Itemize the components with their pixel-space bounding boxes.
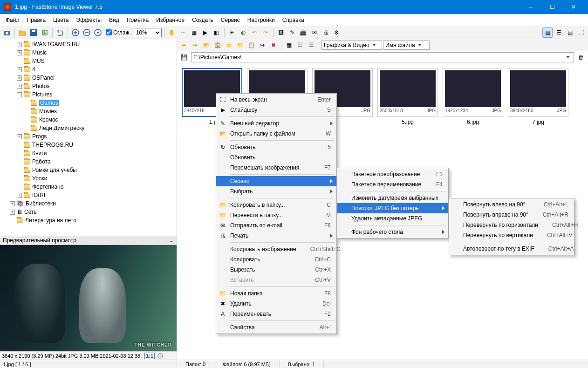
tree-item[interactable]: Леди Димитреску (1, 124, 176, 132)
context-menu-rotate[interactable]: Повернуть влево на 90°Ctrl+Alt+LПовернут… (449, 198, 574, 255)
trash-icon[interactable]: 🗑 (576, 52, 586, 62)
tree-toggle-icon[interactable]: + (17, 193, 22, 198)
context-menu-service[interactable]: Пакетное преобразованиеF3Пакетное переим… (337, 168, 449, 239)
ctx-item[interactable]: Изменить дату/время выбранных (337, 193, 448, 203)
ctx-item[interactable]: КопироватьCtrl+C (216, 254, 336, 265)
tree-toggle-icon[interactable]: + (10, 201, 15, 206)
tree-item[interactable]: Games (1, 99, 176, 107)
menu-Избранное[interactable]: Избранное (152, 15, 188, 25)
menu-Создать[interactable]: Создать (188, 15, 217, 25)
zoom-out-icon[interactable] (82, 27, 92, 38)
menu-Настройки[interactable]: Настройки (244, 15, 279, 25)
ctx-item[interactable]: Пакетное преобразованиеF3 (337, 169, 448, 179)
tree-item[interactable]: -Pictures (1, 90, 176, 99)
ctx-item[interactable]: Поворот JPEG без потерь (337, 203, 448, 213)
maximize-button[interactable]: ☐ (541, 0, 563, 14)
menu-Сервис[interactable]: Сервис (217, 15, 244, 25)
menu-Файл[interactable]: Файл (2, 15, 23, 25)
ctx-item[interactable]: 📁Новая папкаF8 (216, 288, 336, 299)
contact-sheet-icon[interactable]: ▦ (189, 27, 199, 38)
open-icon[interactable] (17, 27, 27, 38)
ctx-item[interactable]: ✎Внешний редактор (216, 118, 336, 129)
thumbnail[interactable]: 2500x1518JPG5.jpg (377, 68, 438, 125)
tree-item[interactable]: Литература на лето (1, 216, 176, 225)
tree-item[interactable]: THEPROGS.RU (1, 141, 176, 149)
tree-item[interactable]: +Music (1, 48, 176, 57)
info-icon[interactable]: i (157, 353, 163, 359)
menu-Правка[interactable]: Правка (23, 15, 50, 25)
view-thumbs-icon[interactable]: ▦ (542, 27, 553, 38)
ctx-item[interactable]: Перевернуть по горизонталиCtrl+Alt+H (449, 220, 574, 230)
path-input[interactable]: E:\Pictures\Games\ (191, 52, 574, 62)
wallpaper-icon[interactable]: 🖼 (276, 27, 286, 38)
sort-combo[interactable]: Имя файла (383, 41, 430, 50)
ctx-item[interactable]: Сервис (216, 176, 336, 186)
ctx-item[interactable]: Удалить метаданные JPEG (337, 213, 448, 224)
tree-toggle-icon[interactable]: + (17, 134, 22, 139)
ctx-item[interactable]: ▶СлайдшоуS (216, 105, 336, 115)
ctx-item[interactable]: СвойстваAlt+I (216, 322, 336, 333)
tree-item[interactable]: Ромке для учебы (1, 166, 176, 174)
context-menu-main[interactable]: ⛶На весь экранEnter▶СлайдшоуS✎Внешний ре… (216, 93, 337, 334)
tree-item[interactable]: +Progs (1, 132, 176, 141)
ctx-item[interactable]: 📁Копировать в папку...C (216, 200, 336, 210)
tree-item[interactable]: +🖥Сеть (1, 208, 176, 216)
rotate-right-icon[interactable]: ↷ (260, 27, 271, 38)
thumbnail[interactable]: 1920x1234JPG6.jpg (443, 68, 503, 125)
menu-Пометка[interactable]: Пометка (123, 15, 153, 25)
tree-toggle-icon[interactable]: + (17, 84, 22, 89)
ctx-item[interactable]: Обновить (216, 152, 336, 163)
effects-icon[interactable]: ☀ (227, 27, 237, 38)
minimize-button[interactable]: ─ (520, 0, 541, 14)
ctx-item[interactable]: Повернуть вправо на 90°Ctrl+Alt+R (449, 210, 574, 220)
nav-home-icon[interactable]: 🏠 (212, 40, 223, 50)
menu-Справка[interactable]: Справка (279, 15, 308, 25)
ctx-item[interactable]: 📂Открыть папку с файломW (216, 129, 336, 139)
favorites-icon[interactable]: ⭐ (224, 40, 234, 50)
print-icon[interactable]: 🖨 (321, 27, 331, 38)
tree-item[interactable]: Книги (1, 149, 176, 157)
import-icon[interactable] (40, 27, 50, 38)
scan-icon[interactable]: 📠 (298, 27, 308, 38)
view-mode2-icon[interactable]: ☰ (306, 40, 316, 50)
preview-header[interactable]: Предварительный просмотр⌄ (0, 236, 177, 245)
tree-toggle-icon[interactable]: + (10, 210, 15, 215)
hand-icon[interactable]: ✋ (167, 27, 177, 38)
settings-icon[interactable]: ⚙ (332, 27, 342, 38)
nav-back-icon[interactable]: ⬅ (179, 40, 189, 50)
tree-toggle-icon[interactable]: - (17, 92, 22, 97)
camera-icon[interactable] (2, 27, 12, 38)
compare-icon[interactable]: ◧ (212, 27, 222, 38)
ctx-item[interactable]: Повернуть влево на 90°Ctrl+Alt+L (449, 199, 574, 210)
ctx-item[interactable]: 🖨Печать (216, 231, 336, 241)
close-button[interactable]: ✕ (563, 0, 584, 14)
tree-item[interactable]: Космос (1, 116, 176, 124)
color-icon[interactable]: ◐ (238, 27, 248, 38)
menu-Цвета[interactable]: Цвета (49, 15, 72, 25)
filter-combo[interactable]: Графика & Видео (321, 41, 382, 50)
zoom-select[interactable]: 10% (134, 28, 162, 37)
copy-to-icon[interactable]: 📋 (246, 40, 256, 50)
ctx-item[interactable]: Пакетное переименованиеF4 (337, 179, 448, 190)
select-all-icon[interactable]: ▦ (284, 40, 294, 50)
thumbnail[interactable]: 3840x2160JPG7.jpg (508, 68, 568, 125)
tree-item[interactable]: Movies (1, 107, 176, 116)
tree-item[interactable]: +Photos (1, 82, 176, 90)
delete-icon[interactable]: ✖ (268, 40, 279, 50)
tree-toggle-icon[interactable]: + (17, 75, 22, 81)
ctx-item[interactable]: Автоповорот по тегу в EXIFCtrl+Alt+A (449, 244, 574, 254)
ctx-item[interactable]: ↻ОбновитьF5 (216, 142, 336, 152)
nav-fwd-icon[interactable]: ➡ (190, 40, 200, 50)
ctx-item[interactable]: Выбрать (216, 186, 336, 197)
edit-icon[interactable]: ✎ (287, 27, 297, 38)
ctx-item[interactable]: Фон рабочего стола (337, 227, 448, 237)
ctx-item[interactable]: Копировать изображениеCtrl+Shift+C (216, 244, 336, 254)
save-icon[interactable] (28, 27, 39, 38)
tree-toggle-icon[interactable]: + (17, 50, 22, 55)
tree-toggle-icon[interactable]: + (17, 42, 22, 47)
tree-item[interactable]: +ЮЛЯ (1, 191, 176, 199)
view-mode1-icon[interactable]: ☷ (295, 40, 305, 50)
view-list-icon[interactable]: ☰ (554, 27, 564, 38)
zoom-actual-icon[interactable] (93, 27, 103, 38)
tree-item[interactable]: +IWANTGAMES.RU (1, 40, 176, 48)
